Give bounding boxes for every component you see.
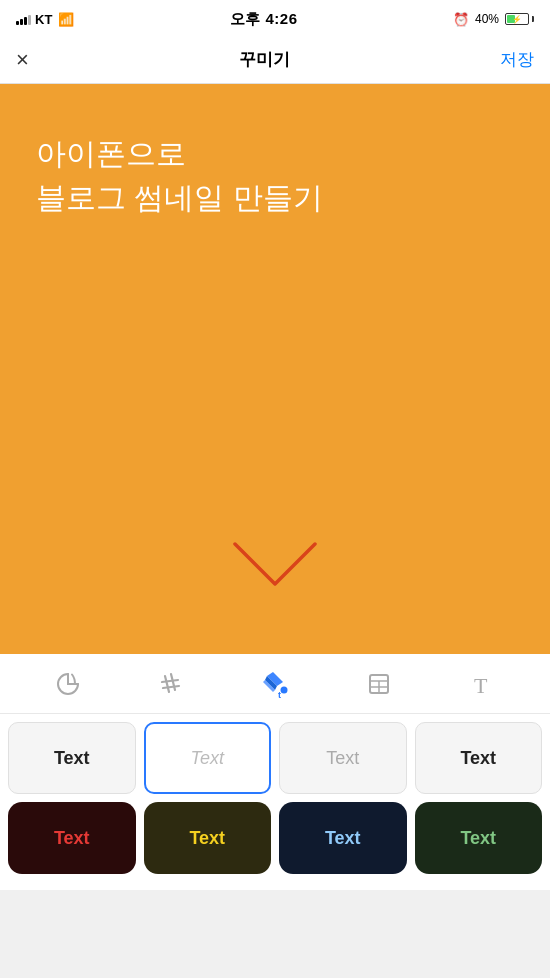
save-button[interactable]: 저장	[500, 48, 534, 71]
close-button[interactable]: ×	[16, 47, 29, 73]
text-styles-section: Text Text Text Text Text Text	[0, 714, 550, 890]
text-style-selected-label: Text	[191, 748, 224, 769]
canvas-area[interactable]: 아이폰으로블로그 썸네일 만들기	[0, 84, 550, 654]
text-style-plain-label: Text	[54, 748, 90, 769]
text-style-bold-label: Text	[460, 748, 496, 769]
text-style-bold[interactable]: Text	[415, 722, 543, 794]
toolbar-paint-button[interactable]: t	[253, 662, 297, 706]
text-style-dark-red[interactable]: Text	[8, 802, 136, 874]
text-styles-row-1: Text Text Text Text	[8, 722, 542, 794]
toolbar-layout-button[interactable]	[357, 662, 401, 706]
text-styles-row-2: Text Text Text Text	[8, 802, 542, 874]
svg-line-3	[163, 686, 179, 688]
carrier-label: KT	[35, 12, 52, 27]
battery-icon: ⚡	[505, 13, 534, 25]
status-time: 오후 4:26	[230, 10, 298, 29]
toolbar: t T	[0, 654, 550, 714]
svg-point-4	[280, 686, 287, 693]
toolbar-sticker-button[interactable]	[46, 662, 90, 706]
text-style-dark-navy-label: Text	[325, 828, 361, 849]
text-style-dark-red-label: Text	[54, 828, 90, 849]
status-bar: KT 📶 오후 4:26 ⏰ 40% ⚡	[0, 0, 550, 36]
battery-percent: 40%	[475, 12, 499, 26]
text-style-dark-olive-label: Text	[189, 828, 225, 849]
toolbar-texture-button[interactable]	[149, 662, 193, 706]
text-style-dark-olive[interactable]: Text	[144, 802, 272, 874]
svg-line-0	[165, 676, 169, 692]
canvas-main-text: 아이폰으로블로그 썸네일 만들기	[36, 132, 323, 219]
status-right: ⏰ 40% ⚡	[453, 12, 534, 27]
wifi-icon: 📶	[58, 12, 74, 27]
canvas-annotation	[215, 534, 335, 594]
text-style-light[interactable]: Text	[279, 722, 407, 794]
toolbar-text-button[interactable]: T	[460, 662, 504, 706]
page-title: 꾸미기	[239, 48, 290, 71]
nav-bar: × 꾸미기 저장	[0, 36, 550, 84]
signal-icon	[16, 13, 31, 25]
alarm-icon: ⏰	[453, 12, 469, 27]
text-style-selected[interactable]: Text	[144, 722, 272, 794]
text-style-light-label: Text	[326, 748, 359, 769]
status-left: KT 📶	[16, 12, 74, 27]
text-style-dark-green-label: Text	[460, 828, 496, 849]
text-style-dark-green[interactable]: Text	[415, 802, 543, 874]
text-style-dark-navy[interactable]: Text	[279, 802, 407, 874]
text-styles-grid: Text Text Text Text Text Text	[0, 714, 550, 890]
svg-text:T: T	[474, 673, 488, 698]
svg-line-2	[162, 680, 178, 682]
text-style-plain[interactable]: Text	[8, 722, 136, 794]
svg-text:t: t	[278, 690, 281, 700]
